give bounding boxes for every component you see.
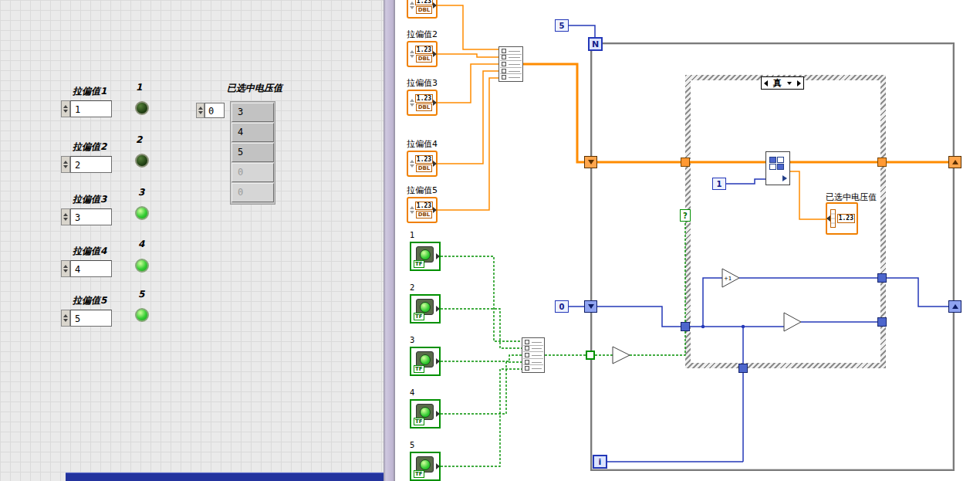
array-input-row — [523, 365, 543, 371]
numeric-wire[interactable] — [438, 5, 498, 49]
case-tunnel-blue-left[interactable] — [681, 322, 690, 331]
loop-count-constant[interactable]: 5 — [555, 19, 569, 32]
case-selector-terminal[interactable]: ? — [680, 209, 691, 222]
boolean-terminal[interactable]: TF — [410, 242, 441, 271]
numeric-terminal[interactable]: 1.23 DBL — [407, 41, 438, 67]
case-selector-label[interactable]: 真 — [761, 76, 804, 90]
integer-wire[interactable] — [597, 307, 682, 327]
case-tunnel-blue-bottom[interactable] — [738, 364, 748, 373]
shift-register-right-blue[interactable] — [948, 300, 961, 313]
integer-wire[interactable] — [887, 278, 948, 307]
integer-wire[interactable] — [726, 179, 765, 184]
terminal-label: 5 — [410, 441, 414, 449]
case-tunnel-blue-right-2[interactable] — [877, 317, 887, 327]
dbl-type-label: DBL — [416, 6, 433, 14]
array-cell-icon — [769, 164, 776, 170]
terminal-label: 4 — [410, 388, 414, 397]
terminal-label: 拉偏值4 — [407, 138, 438, 150]
case-tunnel-blue-right[interactable] — [877, 273, 887, 283]
terminal-label: 2 — [410, 283, 414, 292]
numeric-terminal[interactable]: 1.23 DBL — [407, 0, 438, 19]
loop-iteration-terminal[interactable]: i — [593, 455, 607, 469]
case-dropdown-icon[interactable] — [787, 82, 792, 85]
terminal-label: 拉偏值3 — [407, 77, 438, 89]
wire-junction — [742, 325, 745, 328]
case-selector-value[interactable]: 真 — [773, 77, 782, 89]
numeric-terminal[interactable]: 1.23 DBL — [407, 197, 438, 223]
output-arrow-icon — [433, 100, 437, 106]
numeric-array-wire[interactable] — [523, 64, 586, 162]
boolean-wire[interactable] — [441, 362, 522, 414]
shift-register-down-icon — [588, 304, 594, 309]
dbl-display: 1.23 — [837, 214, 855, 223]
offset-constant[interactable]: 1 — [712, 178, 726, 190]
boolean-terminal[interactable]: TF — [410, 294, 441, 323]
boolean-terminal[interactable]: TF — [410, 347, 441, 376]
array-input-row — [523, 352, 543, 359]
boolean-wire[interactable] — [441, 256, 522, 341]
dbl-display: 1.23 — [415, 94, 433, 103]
output-arrow-icon — [433, 161, 437, 167]
shift-register-left-orange[interactable] — [584, 156, 597, 168]
index-arrow-icon — [782, 175, 787, 181]
tf-type-label: TF — [414, 365, 424, 373]
output-arrow-icon — [436, 306, 440, 312]
integer-wire[interactable] — [703, 278, 722, 327]
spinner-icon — [409, 205, 414, 215]
case-tunnel-orange-right[interactable] — [877, 158, 887, 167]
shift-register-right-orange[interactable] — [948, 156, 961, 168]
output-arrow-icon — [436, 411, 440, 417]
numeric-terminal[interactable]: 1.23 DBL — [407, 90, 438, 116]
loop-count-terminal[interactable]: N — [588, 37, 603, 51]
output-arrow-icon — [436, 463, 440, 469]
numeric-wire[interactable] — [438, 78, 498, 210]
boolean-wire[interactable] — [630, 222, 685, 355]
increment-node-label: +1 — [724, 276, 732, 282]
integer-wire[interactable] — [607, 373, 743, 462]
terminal-label: 1 — [410, 231, 414, 239]
array-bracket-icon — [830, 209, 836, 228]
numeric-wire[interactable] — [438, 54, 498, 57]
wire-layer: +1 — [0, 0, 980, 481]
wire-junction — [701, 325, 705, 328]
array-input-row — [523, 339, 543, 346]
tf-type-label: TF — [414, 418, 424, 425]
numeric-wire[interactable] — [790, 171, 826, 219]
output-arrow-icon — [436, 358, 440, 364]
spinner-icon — [409, 49, 414, 59]
spinner-icon — [409, 98, 414, 107]
case-tunnel-orange-left[interactable] — [681, 158, 690, 167]
shift-register-down-icon — [588, 160, 594, 164]
terminal-label: 3 — [410, 336, 414, 344]
previous-case-icon[interactable] — [764, 80, 768, 86]
boolean-terminal[interactable]: TF — [410, 399, 441, 428]
boolean-index-node[interactable] — [613, 347, 630, 364]
integer-wire[interactable] — [569, 25, 595, 37]
array-cell-icon — [777, 164, 784, 170]
next-case-icon[interactable] — [797, 80, 801, 86]
output-arrow-icon — [433, 207, 437, 213]
array-input-row — [500, 68, 522, 75]
voltage-indicator-node[interactable]: 1.23 — [826, 202, 858, 235]
numeric-terminal[interactable]: 1.23 DBL — [407, 151, 438, 177]
boolean-wire[interactable] — [441, 369, 522, 466]
terminal-label: 拉偏值2 — [407, 29, 438, 40]
tf-type-label: TF — [414, 470, 424, 478]
array-input-row — [523, 346, 543, 353]
array-cell-icon — [777, 157, 784, 163]
dbl-display: 1.23 — [415, 46, 433, 54]
build-array-node-numeric[interactable] — [498, 46, 523, 82]
boolean-wire[interactable] — [441, 355, 522, 361]
output-arrow-icon — [433, 2, 437, 8]
build-array-node-boolean[interactable] — [522, 337, 545, 373]
comparison-node[interactable] — [784, 313, 801, 331]
shift-register-left-blue[interactable] — [584, 300, 597, 313]
index-array-node[interactable] — [765, 151, 790, 185]
output-arrow-icon — [433, 51, 437, 57]
array-input-row — [523, 359, 543, 366]
boolean-wire[interactable] — [441, 309, 522, 348]
spinner-icon — [409, 1, 414, 10]
shift-init-constant[interactable]: 0 — [555, 300, 569, 313]
boolean-terminal[interactable]: TF — [410, 452, 441, 481]
loop-tunnel-boolean[interactable] — [586, 351, 595, 360]
